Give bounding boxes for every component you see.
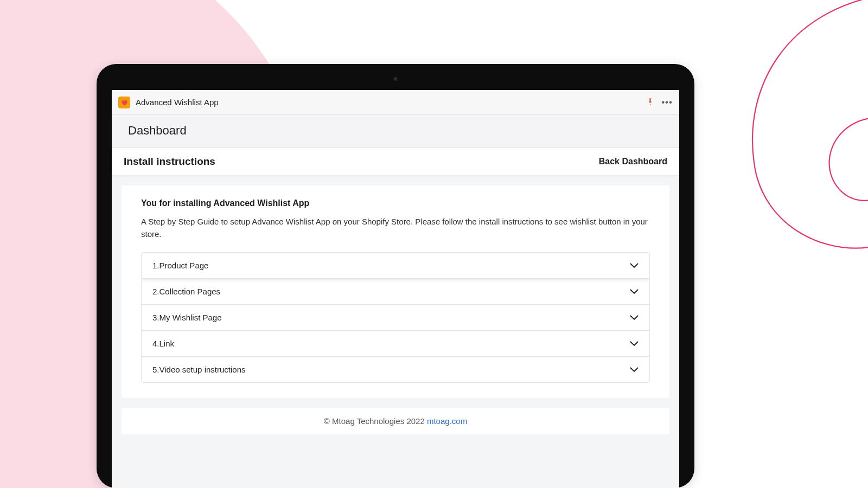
accordion-label: 4.Link — [152, 339, 174, 348]
accordion-item-video-setup[interactable]: 5.Video setup instructions — [142, 357, 649, 382]
accordion-label: 1.Product Page — [152, 261, 208, 270]
chevron-down-icon — [630, 339, 639, 348]
dashboard-title: Dashboard — [128, 124, 663, 138]
footer-link[interactable]: mtoag.com — [427, 416, 467, 426]
accordion-item-collection-pages[interactable]: 2.Collection Pages — [142, 279, 649, 305]
app-logo-icon — [118, 97, 130, 108]
footer: © Mtoag Technologies 2022 mtoag.com — [122, 408, 669, 434]
pin-icon[interactable] — [647, 97, 654, 107]
chevron-down-icon — [630, 365, 639, 374]
camera-dot — [394, 77, 398, 81]
footer-text: © Mtoag Technologies 2022 — [324, 416, 427, 426]
main-area: You for installing Advanced Wishlist App… — [112, 176, 679, 408]
accordion-item-product-page[interactable]: 1.Product Page — [142, 253, 649, 279]
install-title: Install instructions — [124, 156, 215, 168]
screen: Advanced Wishlist App ••• Dashboard Inst… — [112, 90, 679, 488]
decorative-swirl — [678, 0, 868, 314]
card-heading: You for installing Advanced Wishlist App — [141, 198, 650, 208]
chevron-down-icon — [630, 287, 639, 296]
chevron-down-icon — [630, 313, 639, 322]
more-icon[interactable]: ••• — [661, 97, 673, 108]
accordion-label: 2.Collection Pages — [152, 287, 220, 296]
back-dashboard-link[interactable]: Back Dashboard — [599, 157, 667, 166]
dashboard-bar: Dashboard — [112, 115, 679, 148]
tablet-device-frame: Advanced Wishlist App ••• Dashboard Inst… — [97, 64, 694, 488]
chevron-down-icon — [630, 261, 639, 270]
accordion-item-wishlist-page[interactable]: 3.My Wishlist Page — [142, 305, 649, 331]
accordion-label: 5.Video setup instructions — [152, 365, 246, 374]
app-title: Advanced Wishlist App — [136, 98, 647, 107]
app-header: Advanced Wishlist App ••• — [112, 90, 679, 115]
instructions-card: You for installing Advanced Wishlist App… — [122, 185, 669, 398]
accordion-item-link[interactable]: 4.Link — [142, 331, 649, 357]
install-bar: Install instructions Back Dashboard — [112, 148, 679, 176]
accordion: 1.Product Page 2.Collection Pages 3.My W… — [141, 252, 650, 383]
card-subtext: A Step by Step Guide to setup Advance Wi… — [141, 216, 650, 240]
accordion-label: 3.My Wishlist Page — [152, 313, 222, 322]
